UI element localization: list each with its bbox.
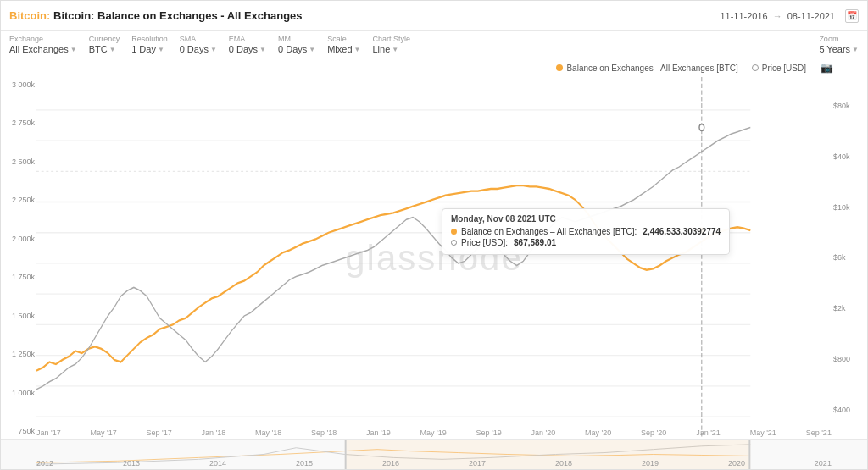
- minimap-2012: 2012: [36, 459, 53, 467]
- tooltip-btc-label: Balance on Exchanges – All Exchanges [BT…: [461, 227, 637, 236]
- tooltip-dot-gray: [451, 240, 457, 246]
- bitcoin-prefix: Bitcoin:: [9, 9, 50, 22]
- scale-caret: ▼: [354, 46, 361, 53]
- resolution-control: Resolution 1 Day ▼: [131, 35, 168, 54]
- mm-control: MM 0 Days ▼: [278, 35, 315, 54]
- tooltip-price-label: Price [USD]:: [461, 238, 508, 247]
- sma-caret: ▼: [210, 46, 217, 53]
- y-label-6k: $6k: [833, 253, 865, 262]
- x-sep21: Sep '21: [806, 429, 832, 437]
- ema-label: EMA: [229, 35, 266, 43]
- chart-legend: Balance on Exchanges - All Exchanges [BT…: [1, 58, 867, 77]
- sma-control: SMA 0 Days ▼: [180, 35, 217, 54]
- currency-caret: ▼: [109, 46, 116, 53]
- x-sep17: Sep '17: [147, 429, 172, 437]
- zoom-caret: ▼: [852, 46, 859, 53]
- y-label-750k: 750k: [3, 427, 35, 435]
- zoom-dropdown[interactable]: 5 Years ▼: [819, 44, 859, 54]
- legend-dot-gray: [752, 64, 759, 71]
- controls-bar: Exchange All Exchanges ▼ Currency BTC ▼ …: [1, 31, 867, 58]
- scale-value: Mixed: [327, 44, 352, 54]
- y-axis-right: $80k $40k $10k $6k $2k $800 $400: [832, 77, 867, 439]
- minimap-2017: 2017: [469, 459, 486, 467]
- x-jan19: Jan '19: [366, 429, 391, 437]
- legend-btc: Balance on Exchanges - All Exchanges [BT…: [556, 64, 737, 73]
- tooltip-dot-orange: [451, 229, 457, 235]
- y-label-2000k: 2 000k: [3, 235, 35, 243]
- currency-value: BTC: [89, 44, 108, 54]
- mm-value: 0 Days: [278, 44, 307, 54]
- legend-btc-label: Balance on Exchanges - All Exchanges [BT…: [566, 64, 737, 73]
- chart-style-value: Line: [372, 44, 390, 54]
- x-may18: May '18: [255, 429, 281, 437]
- y-axis-left: 3 000k 2 750k 2 500k 2 250k 2 000k 1 750…: [1, 77, 36, 439]
- date-range: 11-11-2016 → 08-11-2021: [720, 11, 835, 21]
- resolution-value: 1 Day: [131, 44, 156, 54]
- y-label-40k: $40k: [833, 152, 865, 161]
- chart-area[interactable]: glassnode: [1, 77, 867, 439]
- x-axis: Jan '17 May '17 Sep '17 Jan '18 May '18 …: [36, 429, 832, 439]
- sma-label: SMA: [180, 35, 217, 43]
- resolution-label: Resolution: [131, 35, 168, 43]
- x-sep20: Sep '20: [641, 429, 666, 437]
- resolution-dropdown[interactable]: 1 Day ▼: [131, 44, 168, 54]
- x-jan17: Jan '17: [36, 429, 61, 437]
- ema-dropdown[interactable]: 0 Days ▼: [229, 44, 266, 54]
- x-may21: May '21: [750, 429, 776, 437]
- x-jan18: Jan '18: [202, 429, 226, 437]
- x-may17: May '17: [91, 429, 117, 437]
- zoom-control: Zoom 5 Years ▼: [819, 35, 859, 54]
- exchange-control: Exchange All Exchanges ▼: [9, 35, 77, 54]
- y-label-2750k: 2 750k: [3, 119, 35, 127]
- minimap-2013: 2013: [123, 459, 140, 467]
- chart-svg-container: 3 000k 2 750k 2 500k 2 250k 2 000k 1 750…: [1, 77, 867, 439]
- sma-dropdown[interactable]: 0 Days ▼: [180, 44, 217, 54]
- mm-dropdown[interactable]: 0 Days ▼: [278, 44, 315, 54]
- scale-label: Scale: [327, 35, 360, 43]
- y-label-1000k: 1 000k: [3, 389, 35, 397]
- x-sep18: Sep '18: [311, 429, 337, 437]
- chart-title: Bitcoin: Bitcoin: Balance on Exchanges -…: [9, 9, 303, 22]
- date-start: 11-11-2016: [720, 11, 767, 21]
- x-sep19: Sep '19: [476, 429, 502, 437]
- ema-value: 0 Days: [229, 44, 258, 54]
- tooltip-date: Monday, Nov 08 2021 UTC: [451, 214, 721, 224]
- zoom-label: Zoom: [819, 35, 859, 43]
- minimap[interactable]: 2012 2013 2014 2015 2016 2017 2018 2019 …: [1, 439, 867, 469]
- x-jan20: Jan '20: [531, 429, 556, 437]
- currency-dropdown[interactable]: BTC ▼: [89, 44, 120, 54]
- chart-style-caret: ▼: [392, 46, 398, 53]
- legend-price: Price [USD]: [752, 64, 806, 73]
- x-may20: May '20: [585, 429, 611, 437]
- tooltip-price-row: Price [USD]: $67,589.01: [451, 238, 721, 247]
- resolution-caret: ▼: [158, 46, 164, 53]
- y-label-800: $800: [833, 355, 865, 363]
- camera-icon[interactable]: 📷: [820, 61, 833, 75]
- legend-dot-orange: [556, 64, 563, 71]
- y-label-2250k: 2 250k: [3, 196, 35, 204]
- currency-control: Currency BTC ▼: [89, 35, 120, 54]
- chart-header: Bitcoin: Bitcoin: Balance on Exchanges -…: [1, 1, 867, 31]
- currency-label: Currency: [89, 35, 120, 43]
- minimap-2019: 2019: [642, 459, 659, 467]
- y-label-1750k: 1 750k: [3, 273, 35, 281]
- exchange-dropdown[interactable]: All Exchanges ▼: [9, 44, 77, 54]
- calendar-icon[interactable]: 📅: [845, 9, 859, 23]
- minimap-2020: 2020: [728, 459, 745, 467]
- y-label-400: $400: [833, 406, 865, 414]
- tooltip-btc-value: 2,446,533.30392774: [643, 227, 721, 236]
- chart-style-label: Chart Style: [372, 35, 410, 43]
- y-label-2k: $2k: [833, 304, 865, 312]
- scale-dropdown[interactable]: Mixed ▼: [327, 44, 360, 54]
- scale-control: Scale Mixed ▼: [327, 35, 360, 54]
- ema-caret: ▼: [259, 46, 266, 53]
- chart-svg: [36, 77, 832, 439]
- y-label-1500k: 1 500k: [3, 312, 35, 320]
- chart-style-dropdown[interactable]: Line ▼: [372, 44, 410, 54]
- minimap-2018: 2018: [555, 459, 572, 467]
- svg-point-13: [699, 124, 704, 131]
- legend-price-label: Price [USD]: [762, 64, 806, 73]
- y-label-3000k: 3 000k: [3, 80, 35, 89]
- sma-value: 0 Days: [180, 44, 209, 54]
- zoom-value: 5 Years: [819, 44, 850, 54]
